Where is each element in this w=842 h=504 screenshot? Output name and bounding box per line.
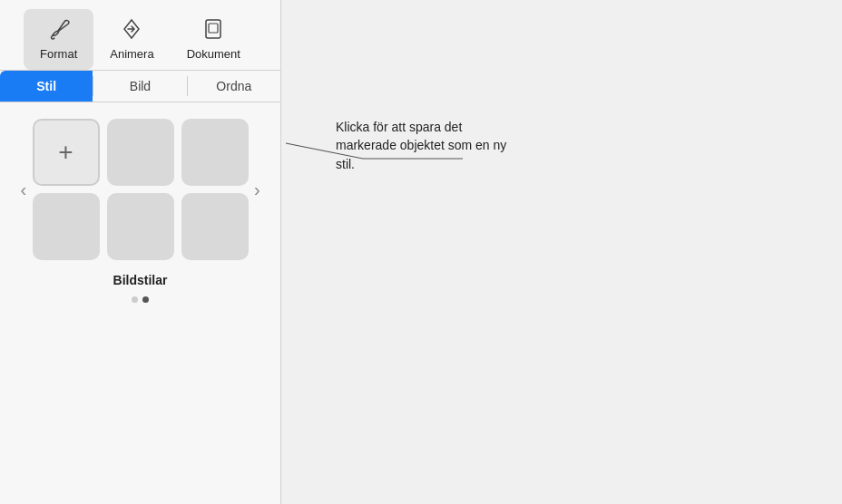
dokument-button[interactable]: Dokument <box>171 9 257 70</box>
inspector-panel: Format Animera Dokument Stil <box>0 0 281 504</box>
prev-arrow[interactable]: ‹ <box>15 179 33 200</box>
diamond-arrow-icon <box>117 15 146 44</box>
style-cell-2[interactable] <box>107 119 174 186</box>
tab-ordna[interactable]: Ordna <box>188 71 280 102</box>
style-cell-3[interactable] <box>181 119 249 186</box>
paintbrush-icon <box>44 15 73 44</box>
dokument-label: Dokument <box>187 47 240 61</box>
style-cell-4[interactable] <box>33 193 100 260</box>
format-label: Format <box>40 47 77 61</box>
style-cell-5[interactable] <box>107 193 174 260</box>
grid-row-1: + <box>33 119 249 186</box>
section-title: Bildstilar <box>113 273 168 287</box>
style-content: ‹ + › Bildstilar <box>0 102 280 504</box>
grid-nav: ‹ + › <box>15 119 266 260</box>
next-arrow[interactable]: › <box>249 179 267 200</box>
tab-bild[interactable]: Bild <box>93 71 186 102</box>
animera-label: Animera <box>110 47 153 61</box>
svg-rect-0 <box>206 20 220 38</box>
animera-button[interactable]: Animera <box>93 9 170 70</box>
style-grid: + <box>33 119 249 260</box>
callout-line-svg <box>281 0 842 504</box>
svg-rect-1 <box>209 24 218 33</box>
grid-row-2 <box>33 193 249 260</box>
dot-2 <box>142 296 149 303</box>
dot-1 <box>132 296 138 303</box>
page-dots <box>132 296 149 303</box>
add-style-cell[interactable]: + <box>33 119 100 186</box>
style-cell-6[interactable] <box>181 193 249 260</box>
document-icon <box>199 15 228 44</box>
toolbar: Format Animera Dokument <box>0 0 280 71</box>
callout-text: Klicka för att spara det markerade objek… <box>336 118 526 173</box>
tab-stil[interactable]: Stil <box>0 71 93 102</box>
plus-icon: + <box>58 140 73 165</box>
format-button[interactable]: Format <box>24 9 93 70</box>
annotation-area: Klicka för att spara det markerade objek… <box>281 0 842 504</box>
tab-bar: Stil Bild Ordna <box>0 71 280 102</box>
